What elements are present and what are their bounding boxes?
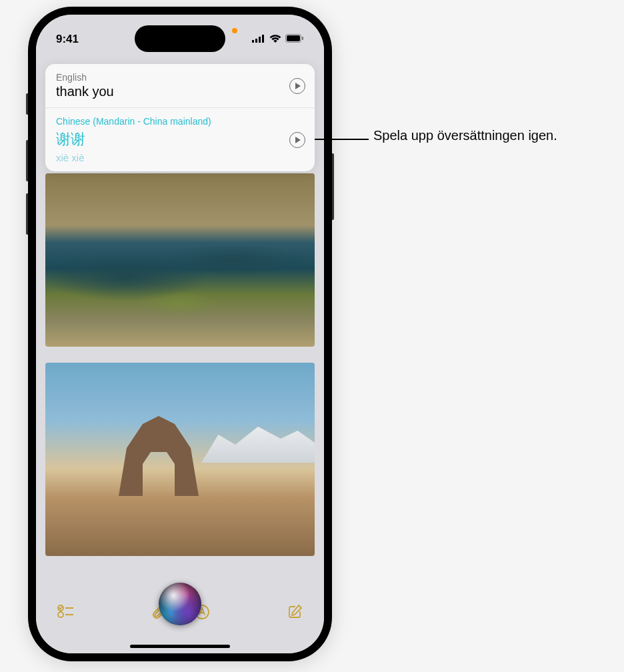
screen: 9:41 Engl — [36, 15, 324, 653]
side-button — [332, 153, 334, 220]
iphone-frame: 9:41 Engl — [28, 7, 332, 661]
volume-down-button — [26, 193, 28, 235]
siri-orb[interactable] — [159, 583, 201, 625]
target-pinyin: xiè xiè — [56, 152, 304, 163]
wifi-icon — [269, 33, 281, 46]
svg-rect-0 — [252, 40, 254, 43]
svg-rect-3 — [262, 35, 264, 43]
mountain-range — [201, 423, 315, 463]
callout-label: Spela upp översättningen igen. — [373, 128, 557, 143]
svg-point-9 — [58, 612, 63, 617]
svg-rect-5 — [287, 35, 300, 41]
background-photo-desert-arch — [45, 363, 315, 556]
target-language-label: Chinese (Mandarin - China mainland) — [56, 116, 304, 127]
background-photo-river — [45, 173, 315, 347]
play-translation-button[interactable] — [289, 132, 305, 148]
cellular-icon — [252, 33, 265, 46]
siri-translation-card: English thank you Chinese (Mandarin - Ch… — [45, 64, 315, 171]
svg-rect-6 — [302, 37, 303, 40]
target-text: 谢谢 — [56, 129, 304, 149]
status-time: 9:41 — [56, 33, 79, 46]
checklist-icon[interactable] — [57, 604, 75, 621]
compose-icon[interactable] — [287, 604, 303, 623]
translation-target-row: Chinese (Mandarin - China mainland) 谢谢 x… — [45, 108, 315, 171]
translation-source-row: English thank you — [45, 64, 315, 107]
volume-up-button — [26, 140, 28, 181]
svg-rect-1 — [255, 39, 257, 43]
svg-rect-2 — [259, 37, 261, 43]
dynamic-island — [135, 25, 225, 52]
rock-arch — [119, 416, 199, 496]
home-indicator[interactable] — [130, 645, 230, 648]
play-source-button[interactable] — [289, 78, 305, 94]
silent-switch — [26, 93, 28, 115]
mic-indicator-dot — [232, 28, 237, 33]
source-language-label: English — [56, 72, 304, 83]
battery-icon — [285, 33, 304, 46]
source-text: thank you — [56, 84, 304, 99]
